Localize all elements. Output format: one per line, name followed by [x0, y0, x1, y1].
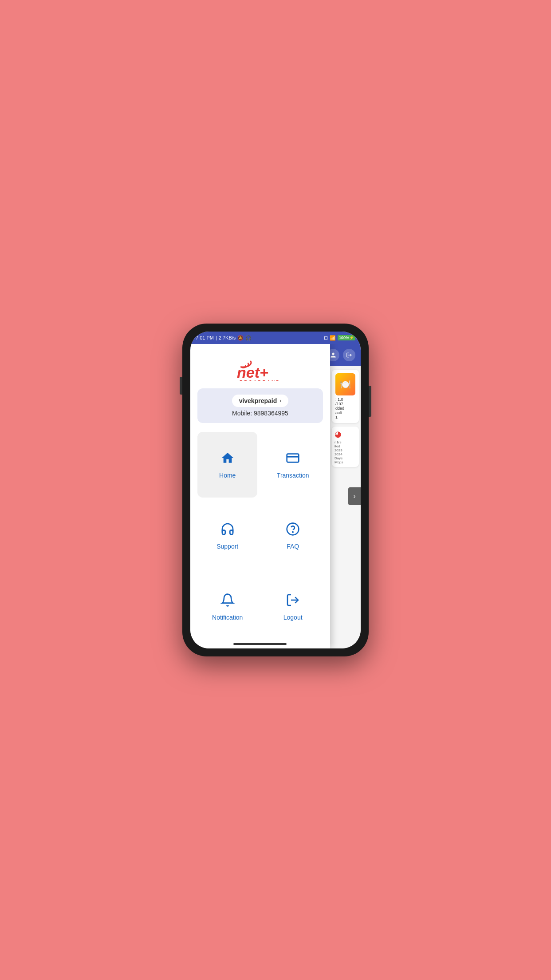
mobile-number: 9898364995: [254, 410, 288, 417]
peek-card2-text-6: Mbps: [335, 460, 356, 464]
battery-level: 100: [339, 336, 346, 340]
support-icon: [220, 522, 235, 539]
charging-icon: ⚡: [349, 336, 354, 340]
logout-label: Logout: [283, 614, 303, 621]
peek-card2-text-4: 2024: [335, 452, 356, 456]
peek-text-3: dded: [335, 406, 355, 411]
peek-card2-text-1: n1rs: [335, 440, 356, 444]
logo-area: net+ BROADBAND: [190, 344, 330, 388]
peek-text-1: : 1.0: [335, 397, 355, 402]
peek-image: 🍽️: [335, 373, 355, 395]
status-left: 7:01 PM | 2.7KB/s 🔕 🎧: [196, 335, 252, 341]
menu-item-transaction[interactable]: Transaction: [263, 432, 323, 498]
faq-label: FAQ: [287, 543, 299, 550]
peek-text-4: ault: [335, 411, 355, 415]
peek-text-5: 1: [335, 415, 355, 419]
peek-card2-text-3: 2023: [335, 448, 356, 452]
screen-icon: ⊡: [324, 335, 328, 341]
mobile-info: Mobile: 9898364995: [232, 410, 288, 417]
menu-item-home[interactable]: Home: [197, 432, 257, 498]
peek-card2-text-5: Days: [335, 456, 356, 460]
menu-item-notification[interactable]: Notification: [197, 574, 257, 640]
logout-icon: [286, 593, 300, 610]
netplus-logo: net+ BROADBAND: [224, 355, 295, 381]
home-bar: [233, 643, 287, 645]
wifi-icon: 📶: [330, 335, 336, 341]
svg-text:net+: net+: [237, 364, 268, 381]
transaction-label: Transaction: [277, 472, 309, 479]
signal-mute-icon: 🔕: [237, 335, 244, 341]
menu-item-logout[interactable]: Logout: [263, 574, 323, 640]
mobile-label: Mobile:: [232, 410, 252, 417]
menu-grid: Home Transaction: [190, 432, 330, 640]
notification-label: Notification: [212, 614, 243, 621]
battery-percent: %: [346, 336, 349, 340]
home-icon: [220, 451, 235, 468]
separator: |: [216, 335, 217, 340]
user-info-card: vivekprepaid › Mobile: 9898364995: [197, 388, 323, 423]
network-speed: 2.7KB/s: [219, 335, 236, 340]
time-display: 7:01 PM: [196, 335, 214, 340]
home-label: Home: [219, 472, 236, 479]
logo-container: net+ BROADBAND: [224, 355, 295, 381]
transaction-icon: [286, 451, 300, 468]
faq-icon: [286, 522, 300, 539]
right-peek-content: 🍽️ : 1.0 /107 dded ault 1 ◕ n1rs ited 20…: [330, 366, 361, 648]
drawer-close-arrow[interactable]: ›: [348, 487, 361, 505]
peek-card-1: 🍽️ : 1.0 /107 dded ault 1: [332, 370, 359, 423]
username-text: vivekprepaid: [239, 397, 277, 404]
phone-device: 7:01 PM | 2.7KB/s 🔕 🎧 ⊡ 📶 100 % ⚡: [182, 324, 369, 656]
svg-text:BROADBAND: BROADBAND: [240, 380, 281, 381]
headset-icon: 🎧: [245, 335, 252, 341]
peek-card2-text-2: ited: [335, 444, 356, 448]
status-right: ⊡ 📶 100 % ⚡: [324, 335, 355, 341]
chevron-right-icon: ›: [279, 398, 281, 404]
menu-item-faq[interactable]: FAQ: [263, 503, 323, 569]
menu-item-support[interactable]: Support: [197, 503, 257, 569]
notification-icon: [220, 593, 235, 610]
sidebar-menu: net+ BROADBAND vivekprepaid › Mobile:: [190, 344, 330, 648]
chart-icon: ◕: [335, 429, 356, 439]
home-indicator: [190, 640, 330, 648]
status-bar: 7:01 PM | 2.7KB/s 🔕 🎧 ⊡ 📶 100 % ⚡: [190, 332, 361, 344]
peek-card-2: ◕ n1rs ited 2023 2024 Days Mbps: [332, 427, 359, 467]
support-label: Support: [216, 543, 238, 550]
svg-rect-5: [287, 454, 299, 462]
peek-text-2: /107: [335, 402, 355, 406]
phone-screen: 7:01 PM | 2.7KB/s 🔕 🎧 ⊡ 📶 100 % ⚡: [190, 332, 361, 648]
logout-icon-header[interactable]: [343, 349, 355, 361]
battery-indicator: 100 % ⚡: [338, 335, 355, 340]
app-content: 🍽️ : 1.0 /107 dded ault 1 ◕ n1rs ited 20…: [190, 344, 361, 648]
username-badge[interactable]: vivekprepaid ›: [232, 395, 289, 407]
